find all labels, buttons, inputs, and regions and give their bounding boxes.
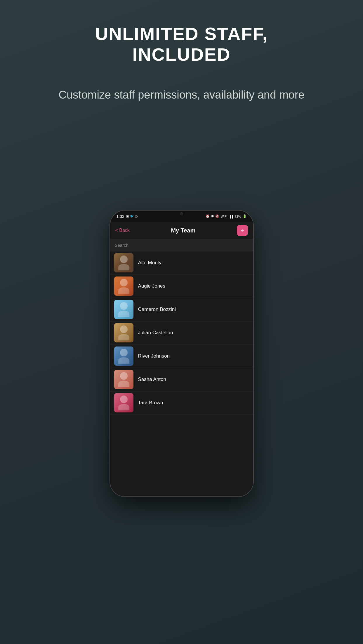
battery-icon: 🔋 bbox=[243, 214, 247, 218]
member-name: River Johnson bbox=[138, 353, 170, 359]
list-item[interactable]: Cameron Bozzini bbox=[110, 298, 253, 321]
list-item[interactable]: Tara Brown bbox=[110, 391, 253, 415]
alarm-icon: ⏰ bbox=[206, 214, 210, 218]
time-display: 1:33 bbox=[117, 214, 124, 219]
subtitle-text: Customize staff permissions, availabilit… bbox=[35, 87, 328, 103]
headline: UNLIMITED STAFF, INCLUDED bbox=[77, 23, 285, 77]
list-item[interactable]: Augie Jones bbox=[110, 275, 253, 298]
member-name: Tara Brown bbox=[138, 400, 163, 406]
status-bar: 1:33 ▣ 🐦 ◎ ⏰ ✱ 🔇 WiFi ▐▐ 72% 🔋 bbox=[110, 211, 253, 222]
member-name: Julian Castellon bbox=[138, 330, 173, 336]
add-member-button[interactable]: + bbox=[237, 225, 248, 236]
wifi-icon: WiFi bbox=[221, 215, 227, 218]
search-bar[interactable]: Search bbox=[110, 239, 253, 251]
bluetooth-icon: ✱ bbox=[211, 214, 214, 218]
list-item[interactable]: Alto Monty bbox=[110, 251, 253, 275]
list-item[interactable]: Julian Castellon bbox=[110, 321, 253, 345]
phone-body: 1:33 ▣ 🐦 ◎ ⏰ ✱ 🔇 WiFi ▐▐ 72% 🔋 bbox=[110, 211, 253, 496]
camera-notch bbox=[180, 212, 183, 215]
phone-mockup: 1:33 ▣ 🐦 ◎ ⏰ ✱ 🔇 WiFi ▐▐ 72% 🔋 bbox=[110, 123, 253, 584]
avatar bbox=[114, 300, 133, 319]
screen-title: My Team bbox=[171, 227, 195, 234]
member-name: Sasha Anton bbox=[138, 377, 166, 382]
avatar bbox=[114, 253, 133, 272]
avatar bbox=[114, 323, 133, 342]
list-item[interactable]: River Johnson bbox=[110, 345, 253, 368]
battery-display: 72% bbox=[235, 215, 241, 218]
search-placeholder: Search bbox=[115, 243, 129, 248]
list-item[interactable]: Sasha Anton bbox=[110, 368, 253, 391]
avatar bbox=[114, 276, 133, 296]
mute-icon: 🔇 bbox=[215, 214, 219, 218]
member-name: Cameron Bozzini bbox=[138, 307, 176, 312]
signal-icon: ▐▐ bbox=[229, 215, 233, 218]
avatar bbox=[114, 346, 133, 366]
member-name: Alto Monty bbox=[138, 260, 161, 266]
team-list[interactable]: Alto Monty Augie Jones bbox=[110, 251, 253, 496]
avatar bbox=[114, 393, 133, 412]
status-right: ⏰ ✱ 🔇 WiFi ▐▐ 72% 🔋 bbox=[206, 214, 247, 218]
status-left: 1:33 ▣ 🐦 ◎ bbox=[117, 214, 138, 219]
avatar bbox=[114, 370, 133, 389]
phone-screen: < Back My Team + Search bbox=[110, 222, 253, 496]
headline-text: UNLIMITED STAFF, INCLUDED bbox=[95, 23, 268, 65]
page-background: UNLIMITED STAFF, INCLUDED Customize staf… bbox=[0, 0, 363, 644]
member-name: Augie Jones bbox=[138, 283, 166, 289]
navigation-bar: < Back My Team + bbox=[110, 222, 253, 239]
back-button[interactable]: < Back bbox=[115, 228, 130, 233]
status-icons-left: ▣ 🐦 ◎ bbox=[126, 214, 138, 218]
